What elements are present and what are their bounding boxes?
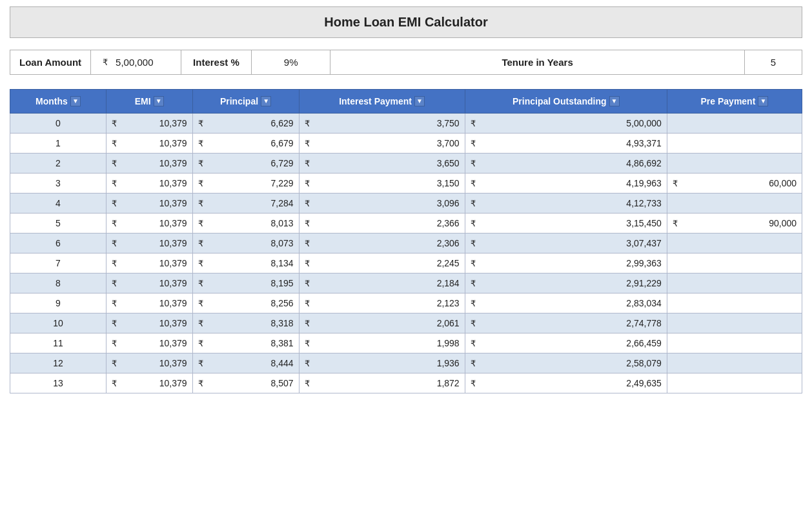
cell-principal: ₹8,256 bbox=[192, 293, 299, 313]
cell-outstanding: ₹4,93,371 bbox=[465, 134, 667, 154]
cell-emi: ₹10,379 bbox=[106, 214, 192, 234]
rupee-icon: ₹ bbox=[305, 359, 314, 368]
table-row: 2₹10,379₹6,729₹3,650₹4,86,692 bbox=[10, 154, 802, 174]
emi-value: 10,379 bbox=[123, 138, 187, 148]
interest-value: 1,998 bbox=[316, 338, 460, 348]
interest-value: 2,366 bbox=[316, 218, 460, 228]
cell-prepayment bbox=[667, 313, 802, 333]
prepayment-value: 60,000 bbox=[684, 178, 797, 188]
cell-emi: ₹10,379 bbox=[106, 174, 192, 194]
emi-value: 10,379 bbox=[123, 238, 187, 248]
principal-dropdown-icon[interactable]: ▼ bbox=[261, 96, 271, 106]
rupee-icon: ₹ bbox=[198, 379, 207, 388]
principal-value: 6,729 bbox=[210, 158, 294, 168]
interest-value: 9% bbox=[252, 50, 331, 74]
rupee-icon: ₹ bbox=[673, 219, 682, 228]
cell-outstanding: ₹2,58,079 bbox=[465, 353, 667, 373]
loan-amount-value: ₹ 5,00,000 bbox=[91, 50, 181, 74]
rupee-icon: ₹ bbox=[112, 139, 121, 148]
emi-dropdown-icon[interactable]: ▼ bbox=[154, 96, 164, 106]
outstanding-value: 4,12,733 bbox=[482, 198, 662, 208]
outstanding-value: 2,66,459 bbox=[482, 338, 662, 348]
rupee-icon: ₹ bbox=[198, 179, 207, 188]
principal-value: 8,507 bbox=[210, 378, 294, 388]
rupee-icon: ₹ bbox=[112, 159, 121, 168]
emi-value: 10,379 bbox=[123, 358, 187, 368]
rupee-icon: ₹ bbox=[471, 199, 480, 208]
outstanding-value: 2,58,079 bbox=[482, 358, 662, 368]
rupee-icon: ₹ bbox=[112, 219, 121, 228]
rupee-icon: ₹ bbox=[112, 319, 121, 328]
th-outstanding[interactable]: Principal Outstanding ▼ bbox=[465, 90, 667, 114]
rupee-icon: ₹ bbox=[305, 119, 314, 128]
rupee-icon: ₹ bbox=[471, 319, 480, 328]
cell-prepayment bbox=[667, 154, 802, 174]
rupee-icon: ₹ bbox=[305, 299, 314, 308]
rupee-icon: ₹ bbox=[198, 259, 207, 268]
rupee-icon: ₹ bbox=[471, 239, 480, 248]
emi-value: 10,379 bbox=[123, 178, 187, 188]
th-prepayment[interactable]: Pre Payment ▼ bbox=[667, 90, 802, 114]
cell-month: 13 bbox=[10, 373, 107, 393]
outstanding-value: 3,07,437 bbox=[482, 238, 662, 248]
rupee-icon: ₹ bbox=[305, 279, 314, 288]
cell-interest: ₹2,245 bbox=[299, 254, 465, 273]
cell-principal: ₹7,284 bbox=[192, 194, 299, 214]
table-row: 1₹10,379₹6,679₹3,700₹4,93,371 bbox=[10, 134, 802, 154]
emi-value: 10,379 bbox=[123, 198, 187, 208]
th-months[interactable]: Months ▼ bbox=[10, 90, 107, 114]
rupee-icon: ₹ bbox=[471, 339, 480, 348]
cell-prepayment: ₹90,000 bbox=[667, 214, 802, 234]
rupee-icon: ₹ bbox=[305, 259, 314, 268]
principal-value: 8,073 bbox=[210, 238, 294, 248]
rupee-icon: ₹ bbox=[305, 179, 314, 188]
interest-value: 3,750 bbox=[316, 118, 460, 128]
interest-label: Interest % bbox=[181, 50, 252, 74]
cell-outstanding: ₹3,15,450 bbox=[465, 214, 667, 234]
rupee-icon: ₹ bbox=[112, 179, 121, 188]
prepayment-dropdown-icon[interactable]: ▼ bbox=[758, 96, 768, 106]
cell-interest: ₹2,306 bbox=[299, 234, 465, 254]
outstanding-value: 2,91,229 bbox=[482, 278, 662, 288]
emi-value: 10,379 bbox=[123, 158, 187, 168]
tenure-label: Tenure in Years bbox=[330, 50, 744, 74]
interest-dropdown-icon[interactable]: ▼ bbox=[414, 96, 425, 106]
table-row: 11₹10,379₹8,381₹1,998₹2,66,459 bbox=[10, 333, 802, 353]
interest-value: 3,650 bbox=[316, 158, 460, 168]
cell-outstanding: ₹2,49,635 bbox=[465, 373, 667, 393]
loan-rupee-symbol: ₹ bbox=[103, 57, 112, 67]
cell-month: 9 bbox=[10, 293, 107, 313]
cell-principal: ₹6,629 bbox=[192, 114, 299, 134]
cell-outstanding: ₹2,91,229 bbox=[465, 273, 667, 293]
cell-prepayment bbox=[667, 254, 802, 273]
th-emi[interactable]: EMI ▼ bbox=[106, 90, 192, 114]
cell-prepayment bbox=[667, 134, 802, 154]
cell-emi: ₹10,379 bbox=[106, 353, 192, 373]
outstanding-value: 4,93,371 bbox=[482, 138, 662, 148]
table-row: 4₹10,379₹7,284₹3,096₹4,12,733 bbox=[10, 194, 802, 214]
cell-month: 1 bbox=[10, 134, 107, 154]
emi-value: 10,379 bbox=[123, 218, 187, 228]
th-principal[interactable]: Principal ▼ bbox=[192, 90, 299, 114]
cell-prepayment bbox=[667, 273, 802, 293]
principal-value: 8,195 bbox=[210, 278, 294, 288]
table-body: 0₹10,379₹6,629₹3,750₹5,00,0001₹10,379₹6,… bbox=[10, 114, 802, 393]
rupee-icon: ₹ bbox=[198, 119, 207, 128]
loan-amount-label: Loan Amount bbox=[10, 50, 91, 74]
outstanding-dropdown-icon[interactable]: ▼ bbox=[609, 96, 620, 106]
cell-interest: ₹2,184 bbox=[299, 273, 465, 293]
rupee-icon: ₹ bbox=[305, 239, 314, 248]
th-interest[interactable]: Interest Payment ▼ bbox=[299, 90, 465, 114]
title-text: Home Loan EMI Calculator bbox=[324, 15, 487, 29]
cell-interest: ₹3,750 bbox=[299, 114, 465, 134]
months-dropdown-icon[interactable]: ▼ bbox=[70, 96, 81, 106]
rupee-icon: ₹ bbox=[471, 299, 480, 308]
principal-value: 6,629 bbox=[210, 118, 294, 128]
rupee-icon: ₹ bbox=[198, 339, 207, 348]
calculator-wrapper: Home Loan EMI Calculator Loan Amount ₹ 5… bbox=[0, 0, 812, 406]
interest-value: 1,872 bbox=[316, 378, 460, 388]
table-row: 12₹10,379₹8,444₹1,936₹2,58,079 bbox=[10, 353, 802, 373]
principal-value: 8,444 bbox=[210, 358, 294, 368]
cell-principal: ₹8,195 bbox=[192, 273, 299, 293]
cell-month: 12 bbox=[10, 353, 107, 373]
